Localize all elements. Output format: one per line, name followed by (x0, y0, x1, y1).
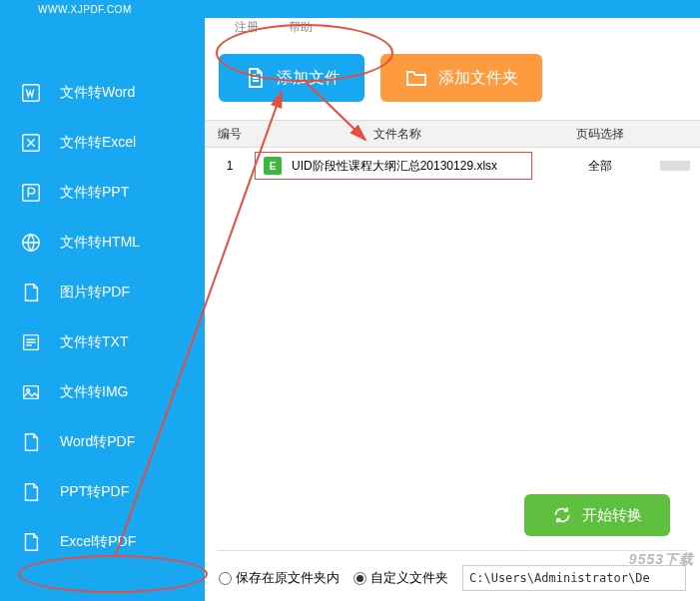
watermark: 9553下载 (629, 551, 694, 569)
row-filename: E UID阶段性课程大纲汇总20130129.xlsx (255, 152, 532, 180)
sidebar-item-word[interactable]: 文件转Word (0, 68, 205, 118)
add-folder-label: 添加文件夹 (438, 68, 518, 89)
radio-icon (353, 572, 366, 585)
start-convert-button[interactable]: 开始转换 (524, 494, 670, 536)
sidebar-item-html[interactable]: 文件转HTML (0, 218, 205, 268)
sidebar-item-label: Word转PDF (60, 433, 135, 451)
folder-icon (404, 66, 428, 90)
sidebar-item-img[interactable]: 文件转IMG (0, 367, 205, 417)
excel-icon (20, 132, 42, 154)
sidebar: 文件转Word 文件转Excel 文件转PPT 文件转HTML 图片转PDF 文… (0, 18, 205, 601)
globe-icon (20, 232, 42, 254)
table-row[interactable]: 1 E UID阶段性课程大纲汇总20130129.xlsx 全部 (205, 148, 700, 184)
row-number: 1 (205, 159, 255, 173)
filename-text: UID阶段性课程大纲汇总20130129.xlsx (292, 158, 497, 175)
save-custom-radio[interactable]: 自定义文件夹 (353, 569, 448, 587)
add-file-label: 添加文件 (277, 68, 341, 89)
col-filename: 文件名称 (255, 126, 540, 143)
pdf-icon (20, 481, 42, 503)
sidebar-item-label: 文件转IMG (60, 383, 128, 401)
sidebar-item-label: 图片转PDF (60, 284, 130, 301)
sidebar-item-label: 文件转HTML (60, 234, 140, 252)
col-number: 编号 (205, 126, 255, 143)
save-inplace-label: 保存在原文件夹内 (236, 569, 340, 587)
start-convert-label: 开始转换 (582, 506, 642, 525)
sidebar-item-label: 文件转Excel (60, 134, 136, 152)
col-page: 页码选择 (540, 126, 660, 143)
sidebar-item-excel2pdf[interactable]: Excel转PDF (0, 517, 205, 567)
sidebar-item-label: PPT转PDF (60, 483, 129, 501)
sidebar-item-label: Excel转PDF (60, 533, 136, 551)
file-table: 编号 文件名称 页码选择 1 E UID阶段性课程大纲汇总20130129.xl… (205, 120, 700, 484)
pdf-icon (20, 431, 42, 453)
progress-bar (660, 161, 690, 171)
sidebar-item-label: 文件转Word (60, 84, 135, 102)
sidebar-item-ppt2pdf[interactable]: PPT转PDF (0, 467, 205, 517)
sidebar-item-img2pdf[interactable]: 图片转PDF (0, 268, 205, 317)
row-page[interactable]: 全部 (540, 158, 660, 175)
sidebar-item-label: 文件转PPT (60, 184, 129, 202)
txt-icon (20, 331, 42, 353)
add-folder-button[interactable]: 添加文件夹 (380, 54, 542, 102)
ppt-icon (20, 182, 42, 204)
save-inplace-radio[interactable]: 保存在原文件夹内 (219, 569, 340, 587)
site-url: WWW.XJPDF.COM (38, 4, 132, 15)
pdf-icon (20, 282, 42, 303)
register-link[interactable]: 注册 (235, 19, 259, 36)
svg-rect-5 (24, 386, 39, 399)
save-custom-label: 自定义文件夹 (370, 569, 448, 587)
pdf-icon (20, 531, 42, 553)
word-icon (20, 82, 42, 104)
help-link[interactable]: 帮助 (289, 19, 313, 36)
radio-icon (219, 572, 232, 585)
svg-rect-2 (23, 185, 40, 202)
image-icon (20, 381, 42, 403)
add-file-button[interactable]: 添加文件 (219, 54, 364, 102)
excel-file-icon: E (264, 157, 282, 175)
refresh-icon (552, 505, 572, 525)
file-icon (243, 66, 267, 90)
sidebar-item-ppt[interactable]: 文件转PPT (0, 168, 205, 218)
sidebar-item-excel[interactable]: 文件转Excel (0, 118, 205, 168)
sidebar-item-word2pdf[interactable]: Word转PDF (0, 417, 205, 467)
sidebar-item-txt[interactable]: 文件转TXT (0, 317, 205, 367)
sidebar-item-label: 文件转TXT (60, 333, 128, 351)
